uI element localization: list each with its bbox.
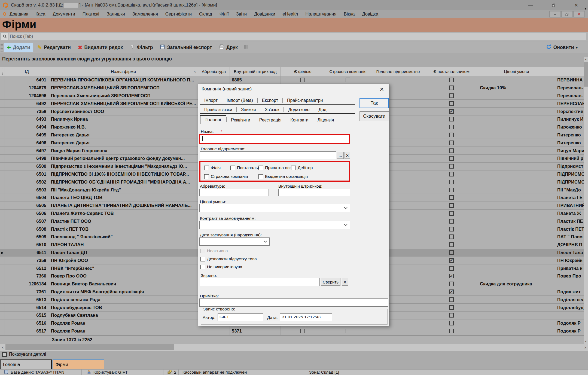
type-checkbox[interactable]: Постачальни (230, 165, 263, 170)
minimize-button[interactable]: — (522, 0, 539, 10)
close-button[interactable]: ✕ (568, 0, 585, 10)
column-header-insurance[interactable]: Страхова компанія (325, 67, 371, 76)
verified-clear-button[interactable]: X (342, 278, 348, 286)
dialog-tab[interactable]: Прайс-зв'язки (200, 106, 236, 113)
menu-item[interactable]: Сертифікати (165, 11, 192, 17)
note-input[interactable] (199, 298, 388, 307)
scroll-right-icon[interactable]: › (583, 344, 588, 351)
menu-item[interactable]: Довідник (10, 11, 28, 17)
type-checkbox[interactable]: Приватна осо (258, 165, 292, 170)
maximize-button[interactable] (545, 0, 562, 10)
main-company-lookup-button[interactable]: ... (337, 152, 344, 159)
main-company-clear-button[interactable]: X (345, 152, 350, 159)
menu-item[interactable]: Каса (35, 11, 45, 17)
founded-date-select[interactable] (199, 237, 270, 246)
scroll-left-icon[interactable]: ‹ (0, 344, 5, 351)
allow-dispense-checkbox[interactable]: Дозволяти відпустку това (200, 257, 257, 261)
print-button[interactable]: Друк (216, 43, 240, 52)
dialog-tab[interactable]: Додатково (284, 106, 314, 113)
type-checkbox[interactable]: Бюджетна організація (258, 174, 308, 179)
contract-select[interactable] (199, 221, 350, 229)
dialog-close-icon[interactable]: ✕ (378, 86, 385, 93)
column-header-name[interactable]: Назва фірми△ (49, 67, 198, 76)
name-input[interactable] (200, 135, 349, 143)
dialog-tab[interactable]: Імпорт (Beta) (222, 97, 257, 104)
filter-button[interactable]: Фільтр (127, 43, 156, 52)
dialog-tab[interactable]: Реєстрація (255, 117, 286, 124)
menu-item[interactable]: Налаштування (305, 11, 336, 17)
checkbox-icon (204, 166, 209, 170)
dialog-tab[interactable]: Знижки (237, 106, 260, 113)
column-header-isbranch[interactable]: Є філією (281, 67, 325, 76)
column-header-id[interactable]: ІД (5, 67, 49, 76)
cancel-button[interactable]: Скасувати (359, 111, 389, 121)
dialog-tab[interactable]: Імпорт (200, 97, 222, 104)
horizontal-scroll-thumb[interactable] (5, 344, 174, 350)
column-header-barcode[interactable]: Внутрішній штрих-код (230, 67, 281, 76)
column-header-maincompany[interactable]: Головне підприємство (371, 67, 425, 76)
menu-item[interactable]: eHealth (282, 11, 298, 17)
cell-fullname: Повер Про (555, 272, 588, 280)
verify-button[interactable]: Сверить (321, 278, 340, 286)
show-details-checkbox[interactable] (2, 352, 7, 357)
dialog-tab[interactable]: Дод. (314, 106, 332, 113)
type-checkbox[interactable]: Дебітор (291, 165, 313, 170)
mdi-close-button[interactable]: ✕ (573, 11, 585, 17)
mdi-restore-button[interactable] (561, 11, 573, 17)
toolbar-grip[interactable] (1, 43, 3, 52)
dialog-tab[interactable]: Зв'язок (260, 106, 284, 113)
filter-icon (130, 44, 135, 51)
abbr-input[interactable] (199, 189, 269, 196)
menu-item[interactable]: Документи (53, 11, 75, 17)
refresh-button[interactable]: Оновити ▾ (543, 43, 580, 52)
type-checkbox[interactable]: Філія (204, 165, 221, 170)
tab-home[interactable]: Головна (0, 359, 52, 369)
menu-item[interactable]: Замовлення (132, 11, 158, 17)
table-row[interactable]: 6517Подоляк Роман5371Подоляк Р (0, 327, 588, 335)
delete-row-button[interactable]: ✖Видалити рядок (75, 43, 126, 52)
add-button[interactable]: +Додати (4, 43, 33, 52)
edit-button[interactable]: ✎Редагувати (35, 43, 74, 52)
dialog-tab[interactable]: Контакти (286, 117, 313, 124)
scroll-down-icon[interactable]: ▼ (584, 339, 588, 344)
menu-item[interactable]: Залишки (106, 11, 125, 17)
dialog-tab[interactable]: Експорт (258, 97, 282, 104)
cell-price-terms (478, 202, 555, 209)
column-header-fullname[interactable] (555, 67, 588, 76)
scroll-up-icon[interactable]: ▲ (584, 57, 588, 62)
export-button[interactable]: Загальний експорт (157, 43, 215, 52)
main-company-input[interactable] (200, 151, 336, 159)
column-menu-caret-icon[interactable]: ▾ (584, 7, 586, 11)
barcode-input[interactable] (278, 189, 350, 196)
checkbox-icon (204, 174, 209, 179)
mdi-minimize-button[interactable]: – (549, 11, 561, 17)
columns-icon[interactable] (243, 44, 248, 50)
table-row[interactable]: 6491ПЕРВИННА ПРОФСПІЛКОВА ОРГАНІЗАЦІЯ КО… (0, 76, 588, 84)
dialog-tab[interactable]: Головні (200, 115, 226, 124)
dialog-tab[interactable]: Ліцензія (313, 117, 338, 124)
dialog-tab[interactable]: Реквізити (227, 117, 254, 124)
tab-firms[interactable]: Фірми (53, 359, 104, 369)
verified-input[interactable] (200, 278, 320, 286)
menu-item[interactable]: Довідка (362, 11, 378, 17)
menu-item[interactable]: Вікна (344, 11, 355, 17)
price-terms-select[interactable] (199, 204, 350, 212)
cell-barcode: 5371 (230, 327, 281, 335)
type-checkbox[interactable]: Страхова компанія (204, 174, 248, 179)
vertical-scroll-thumb[interactable] (584, 62, 588, 87)
row-grip (0, 92, 5, 100)
not-use-checkbox[interactable]: Не використовува (200, 264, 242, 269)
ok-button[interactable]: Так (359, 98, 389, 108)
menu-item[interactable]: Філії (220, 11, 229, 17)
menu-item[interactable]: Склад (199, 11, 212, 17)
dialog-tab[interactable]: Прайс-параметри (283, 97, 327, 104)
vertical-scrollbar[interactable]: ▲ ▼ (584, 57, 588, 344)
menu-item[interactable]: Звіти (236, 11, 247, 17)
column-header-priceterms[interactable]: Цінові умови (478, 67, 555, 76)
column-header-issupplier[interactable]: Є постачальником (425, 67, 478, 76)
horizontal-scrollbar[interactable]: ‹ › (0, 344, 588, 351)
menu-item[interactable]: Платежі (83, 11, 99, 17)
menu-item[interactable]: Довідники (254, 11, 275, 17)
search-input[interactable]: Поиск (Tab) (1, 33, 586, 40)
column-header-abbr[interactable]: Абревіатура (198, 67, 230, 76)
